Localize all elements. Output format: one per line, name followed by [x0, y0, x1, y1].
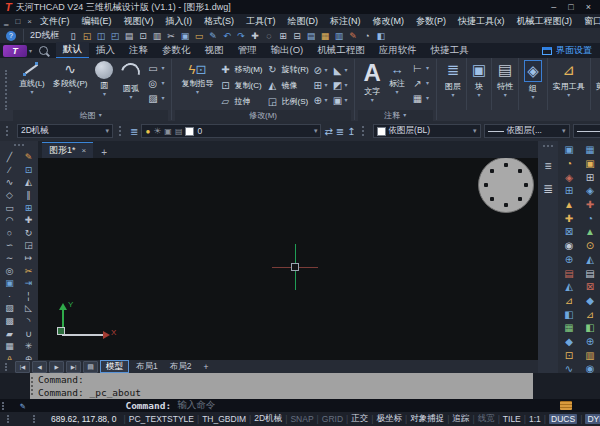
- menu-view[interactable]: 视图(V): [117, 15, 159, 28]
- chevron-down-icon[interactable]: ▾: [531, 95, 534, 100]
- layer-properties-icon[interactable]: ≣: [130, 126, 138, 137]
- hatch-icon[interactable]: ▨ ▾: [146, 92, 164, 105]
- mech-tool-icon[interactable]: ◧: [585, 321, 594, 335]
- menu-parametric[interactable]: 参数(P): [410, 15, 452, 28]
- offset-tool-icon[interactable]: ∥: [19, 189, 38, 202]
- stretch-button[interactable]: ▱拉伸: [219, 94, 262, 109]
- tab-annotate[interactable]: 注释: [122, 43, 155, 58]
- layer-on-icon[interactable]: ●: [145, 127, 150, 136]
- mirror-button[interactable]: ◭镜像: [266, 78, 308, 93]
- save-as-icon[interactable]: ◰: [109, 29, 122, 42]
- mdi-close-button[interactable]: ×: [27, 17, 32, 26]
- undo-icon[interactable]: ↶: [221, 29, 234, 42]
- save-icon[interactable]: ◫: [95, 29, 108, 42]
- match-properties-icon[interactable]: ✎: [207, 29, 220, 42]
- mech-tool-icon[interactable]: ◈: [565, 170, 573, 184]
- layout-menu-button[interactable]: ▤: [83, 361, 98, 373]
- mech-tool-icon[interactable]: ◔: [587, 211, 593, 225]
- menu-mechanical[interactable]: 机械工程图(J): [510, 15, 578, 28]
- chevron-down-icon[interactable]: ▾: [345, 83, 348, 88]
- make-layer-current-icon[interactable]: ⇄: [324, 126, 332, 137]
- status-grid[interactable]: GRID: [314, 414, 343, 424]
- status-ducs[interactable]: DUCS: [541, 414, 577, 424]
- menu-express-tools[interactable]: 快捷工具(x): [452, 15, 511, 28]
- menu-insert[interactable]: 插入(I): [159, 15, 198, 28]
- polyline-tool-icon[interactable]: ∿: [0, 176, 19, 189]
- layer-dropdown[interactable]: ● ☀ ▣ ▤ 0 ▾: [141, 124, 321, 138]
- ellipse-icon[interactable]: ◎ ▾: [146, 77, 164, 90]
- mech-tool-icon[interactable]: ✚: [586, 198, 594, 212]
- mech-tool-icon[interactable]: ▲: [564, 198, 574, 212]
- construction-line-icon[interactable]: ∕: [0, 164, 19, 177]
- preview-icon[interactable]: ⊡: [137, 29, 150, 42]
- mech-tool-icon[interactable]: ▥: [585, 348, 594, 362]
- chevron-down-icon[interactable]: ▾: [395, 90, 398, 95]
- modify-panel-title[interactable]: 修改(M): [175, 110, 350, 121]
- chamfer-icon[interactable]: ◣ ▾: [332, 63, 348, 77]
- mech-tool-icon[interactable]: ⊙: [586, 239, 594, 253]
- mech-tool-icon[interactable]: ▤: [564, 266, 573, 280]
- tab-layout2[interactable]: 布局2: [165, 361, 197, 373]
- close-button[interactable]: ×: [586, 2, 591, 12]
- render-icon[interactable]: ◔: [361, 29, 374, 42]
- rectangle-tool-icon[interactable]: ▭: [0, 201, 19, 214]
- add-layout-button[interactable]: +: [198, 362, 213, 372]
- mech-tool-icon[interactable]: ◭: [586, 253, 594, 267]
- edit-command-icon[interactable]: ✎: [20, 401, 25, 411]
- explode-tool-icon[interactable]: ✳: [19, 340, 38, 353]
- mech-tool-icon[interactable]: ▦: [585, 143, 594, 157]
- table-tool-icon[interactable]: ▦: [0, 340, 19, 353]
- hatch-tool-icon[interactable]: ▨: [0, 302, 19, 315]
- circle-entity[interactable]: [478, 158, 534, 213]
- copy-guide-button[interactable]: ϟ⊡ 复制指导 ▾: [177, 60, 217, 95]
- workspace-dropdown[interactable]: 2D机械 ▾: [17, 124, 113, 138]
- chevron-down-icon[interactable]: ▾: [325, 83, 328, 88]
- panel-utilities[interactable]: ⊿ 实用工具 ▾: [548, 58, 591, 110]
- mech-tool-icon[interactable]: ⊞: [586, 170, 594, 184]
- revision-cloud-icon[interactable]: ∽: [0, 239, 19, 252]
- status-dyn[interactable]: DYN: [577, 414, 600, 424]
- open-file-icon[interactable]: ◱: [81, 29, 94, 42]
- mech-tool-icon[interactable]: ▣: [564, 143, 573, 157]
- panel-clipboard[interactable]: ▯ 剪贴板 ▾: [591, 58, 600, 110]
- line-button[interactable]: 直线(L) ▾: [15, 60, 49, 95]
- explode-icon[interactable]: ▣ ▾: [332, 93, 348, 107]
- lineweight-dropdown[interactable]: ▾: [573, 124, 600, 138]
- chamfer-tool-icon[interactable]: ◺: [19, 302, 38, 315]
- erase-tool-icon[interactable]: ✎: [19, 151, 38, 164]
- chevron-down-icon[interactable]: ▾: [426, 96, 429, 101]
- scale-button[interactable]: ◲比例(S): [266, 94, 308, 109]
- next-tab-button[interactable]: ▶: [49, 361, 64, 373]
- panel-properties[interactable]: ▤ 特性 ▾: [492, 58, 519, 110]
- grip-handle[interactable]: [14, 144, 24, 149]
- tab-default[interactable]: 默认: [56, 42, 89, 59]
- mech-tool-icon[interactable]: ⊠: [586, 280, 594, 294]
- grip-handle[interactable]: [5, 363, 10, 371]
- command-history-window[interactable]: Command:Command: _pc_about: [30, 373, 533, 399]
- chevron-down-icon[interactable]: ▾: [29, 47, 32, 54]
- mech-tool-icon[interactable]: ⊡: [565, 348, 573, 362]
- mech-tool-icon[interactable]: ◆: [565, 335, 573, 349]
- chevron-down-icon[interactable]: ▾: [371, 98, 374, 103]
- mech-tool-icon[interactable]: ▣: [585, 157, 594, 171]
- chevron-down-icon[interactable]: ▾: [30, 90, 33, 95]
- trim-icon[interactable]: ⊘ ▾: [312, 63, 328, 77]
- rotate-button[interactable]: ↻旋转(R): [266, 62, 308, 77]
- close-icon[interactable]: ×: [82, 146, 87, 155]
- break-tool-icon[interactable]: ¦: [19, 290, 38, 303]
- chevron-down-icon[interactable]: ▾: [426, 81, 429, 86]
- chevron-down-icon[interactable]: ▾: [478, 93, 481, 98]
- panel-group[interactable]: ◈ 组 ▾: [519, 58, 548, 110]
- offset-icon[interactable]: ⊕ ▾: [312, 93, 328, 107]
- mdi-minimize-button[interactable]: ‗: [4, 17, 8, 26]
- menu-modify[interactable]: 修改(M): [366, 15, 410, 28]
- status-snap[interactable]: SNAP: [282, 414, 313, 424]
- tab-model[interactable]: 模型: [100, 360, 129, 373]
- circle-button[interactable]: 圆 ▾: [91, 60, 117, 97]
- chevron-down-icon[interactable]: ▾: [161, 81, 164, 86]
- mech-tool-icon[interactable]: ◆: [586, 294, 594, 308]
- chevron-down-icon[interactable]: ▾: [345, 98, 348, 103]
- chevron-down-icon[interactable]: ▾: [325, 98, 328, 103]
- status-scale[interactable]: 1:1: [521, 414, 541, 424]
- zoom-realtime-icon[interactable]: ◌: [263, 29, 276, 42]
